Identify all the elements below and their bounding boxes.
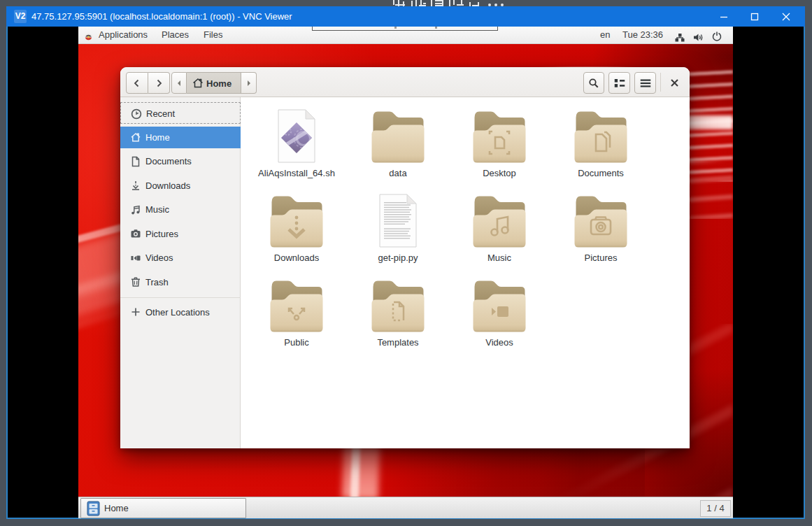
svg-text:Home: Home (206, 78, 232, 88)
